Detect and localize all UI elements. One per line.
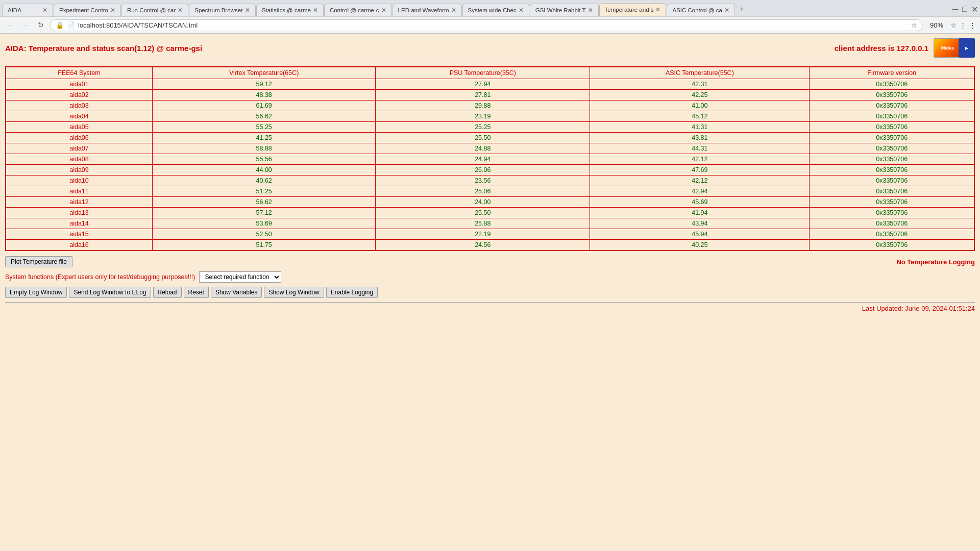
cell-value: 42.94 [590,186,810,197]
tab-aida[interactable]: AIDA ✕ [2,4,53,16]
table-row: aida0159.1227.9442.310x3350706 [6,79,974,90]
client-address: client address is 127.0.0.1 [835,44,928,53]
cell-value: 43.81 [590,133,810,143]
cell-value: 27.94 [376,79,590,90]
cell-system-name: aida10 [6,176,153,186]
page-header: AIDA: Temperature and status scan(1.12) … [5,38,975,58]
tab-close-icon[interactable]: ✕ [42,7,47,14]
tab-close-icon[interactable]: ✕ [178,7,183,14]
cell-value: 25.06 [376,186,590,197]
forward-button[interactable]: → [19,19,32,31]
cell-value: 24.94 [376,154,590,165]
empty-log-window-button[interactable]: Empty Log Window [5,287,67,298]
cell-value: 0x3350706 [810,208,974,218]
tab-close-icon[interactable]: ✕ [381,7,386,14]
plot-temperature-button[interactable]: Plot Temperature file [5,256,72,267]
cell-value: 23.19 [376,111,590,122]
cell-value: 0x3350706 [810,111,974,122]
table-header-row: FEE64 System Virtex Temperature(65C) PSU… [6,67,974,79]
cell-system-name: aida03 [6,101,153,111]
cell-value: 25.50 [376,133,590,143]
show-variables-button[interactable]: Show Variables [211,287,262,298]
cell-value: 42.25 [590,90,810,101]
cell-value: 40.25 [590,240,810,251]
tab-temperature[interactable]: Temperature and s ✕ [599,3,667,16]
cell-value: 0x3350706 [810,133,974,143]
cell-value: 24.56 [376,240,590,251]
cell-value: 55.25 [153,122,376,133]
menu-icon[interactable]: ⋮ [969,21,976,29]
tab-label: GSI White Rabbit T [535,7,586,13]
tab-experiment-control[interactable]: Experiment Contro ✕ [54,4,121,16]
tab-asic-control[interactable]: ASIC Control @ ca ✕ [667,4,734,16]
bookmark-icon[interactable]: ☆ [911,21,917,29]
back-button[interactable]: ← [4,19,16,31]
cell-system-name: aida06 [6,133,153,143]
col-header-virtex-temp: Virtex Temperature(65C) [153,67,376,79]
temperature-table: FEE64 System Virtex Temperature(65C) PSU… [5,66,975,251]
cell-system-name: aida04 [6,111,153,122]
tab-close-icon[interactable]: ✕ [724,7,729,14]
new-tab-button[interactable]: + [736,2,748,16]
cell-system-name: aida01 [6,79,153,90]
no-logging-label: No Temperature Logging [896,258,975,266]
cell-value: 0x3350706 [810,229,974,240]
tab-close-icon[interactable]: ✕ [588,7,593,14]
tab-gsi-white-rabbit[interactable]: GSI White Rabbit T ✕ [530,4,599,16]
cell-value: 51.25 [153,186,376,197]
tab-system-wide[interactable]: System wide Chec ✕ [462,4,529,16]
show-log-window-button[interactable]: Show Log Window [264,287,324,298]
tab-run-control[interactable]: Run Control @ car ✕ [121,4,188,16]
table-row: aida0456.6223.1945.120x3350706 [6,111,974,122]
browser-chrome: AIDA ✕ Experiment Contro ✕ Run Control @… [0,0,980,34]
table-row: aida1651.7524.5640.250x3350706 [6,240,974,251]
tab-close-icon[interactable]: ✕ [245,7,250,14]
reload-button[interactable]: ↻ [35,19,47,31]
cell-value: 0x3350706 [810,165,974,176]
maximize-button[interactable]: □ [962,5,967,14]
page-content: AIDA: Temperature and status scan(1.12) … [0,34,980,340]
tab-close-icon[interactable]: ✕ [451,7,456,14]
nav-bar: ← → ↻ 🔒 📄 localhost:8015/AIDA/TSCAN/TSCA… [0,16,980,34]
function-select[interactable]: Select required function [199,271,281,283]
address-bar[interactable]: 🔒 📄 localhost:8015/AIDA/TSCAN/TSCAN.tml … [50,19,923,31]
send-log-to-elog-button[interactable]: Send Log Window to ELog [69,287,151,298]
star-icon[interactable]: ☆ [950,21,957,29]
tab-led-waveform[interactable]: LED and Waveform ✕ [393,4,462,16]
reload-button-action[interactable]: Reload [153,287,182,298]
table-row: aida1151.2525.0642.940x3350706 [6,186,974,197]
cell-system-name: aida09 [6,165,153,176]
tab-label: Statistics @ carme [262,7,311,13]
cell-value: 23.56 [376,176,590,186]
cell-system-name: aida16 [6,240,153,251]
cell-system-name: aida11 [6,186,153,197]
tab-label: Control @ carme-c [330,7,379,13]
reset-button[interactable]: Reset [184,287,209,298]
midas-logo: Midas [934,38,962,58]
cell-value: 53.69 [153,218,376,229]
enable-logging-button[interactable]: Enable Logging [326,287,378,298]
table-row: aida0248.3827.8142.250x3350706 [6,90,974,101]
tab-statistics[interactable]: Statistics @ carme ✕ [256,4,324,16]
tab-control[interactable]: Control @ carme-c ✕ [324,4,392,16]
cell-value: 40.62 [153,176,376,186]
minimize-button[interactable]: ─ [952,5,958,14]
close-button[interactable]: ✕ [971,5,978,14]
cell-value: 25.25 [376,122,590,133]
cell-system-name: aida02 [6,90,153,101]
cell-system-name: aida13 [6,208,153,218]
col-header-psu-temp: PSU Temperature(35C) [376,67,590,79]
table-row: aida0855.5624.9442.120x3350706 [6,154,974,165]
tab-label: Spectrum Browser [194,7,243,13]
tab-spectrum-browser[interactable]: Spectrum Browser ✕ [189,4,256,16]
tab-close-icon[interactable]: ✕ [313,7,318,14]
tab-close-icon[interactable]: ✕ [519,7,524,14]
extensions-icon[interactable]: ⋮ [960,21,966,29]
col-header-asic-temp: ASIC Temperature(55C) [590,67,810,79]
tab-close-icon[interactable]: ✕ [655,6,660,13]
cell-value: 52.50 [153,229,376,240]
system-functions-label: System functions (Expert users only for … [5,273,195,281]
tab-label: LED and Waveform [398,7,449,13]
tab-close-icon[interactable]: ✕ [110,7,115,14]
table-row: aida1256.6224.0045.690x3350706 [6,197,974,208]
